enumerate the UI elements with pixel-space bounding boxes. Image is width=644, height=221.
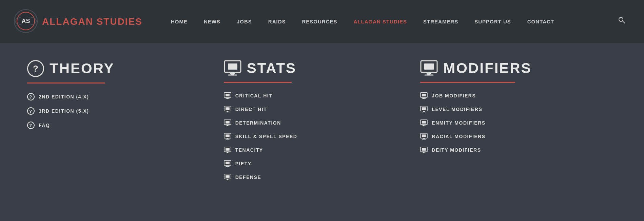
stat-monitor-icon — [224, 92, 231, 99]
modifiers-item-level[interactable]: LEVEL MODIFIERS — [420, 106, 603, 113]
svg-rect-22 — [226, 134, 230, 137]
dropdown-menu: ? THEORY ? 2ND EDITION (4.X) ? 3RD EDITI… — [0, 43, 644, 221]
modifiers-monitor-icon — [420, 60, 438, 76]
theory-item-faq[interactable]: ? FAQ — [27, 122, 210, 129]
nav-links: Home News Jobs Raids Resources Allagan S… — [163, 0, 613, 43]
stats-title-row: STATS — [224, 60, 407, 76]
nav-item-home[interactable]: Home — [163, 0, 196, 43]
nav-item-streamers[interactable]: Streamers — [415, 0, 466, 43]
svg-rect-10 — [226, 94, 230, 96]
svg-rect-18 — [226, 121, 230, 124]
nav-link-support-us[interactable]: Support Us — [466, 0, 519, 43]
mod-monitor-icon — [420, 106, 428, 113]
theory-item-3rd-edition[interactable]: ? 3RD EDITION (5.X) — [27, 107, 210, 115]
nav-item-jobs[interactable]: Jobs — [229, 0, 260, 43]
stats-item-determination[interactable]: DETERMINATION — [224, 119, 407, 126]
item-circle-q-icon: ? — [27, 122, 35, 129]
theory-column: ? THEORY ? 2ND EDITION (4.X) ? 3RD EDITI… — [27, 60, 224, 201]
theory-title-row: ? THEORY — [27, 60, 210, 77]
theory-title-text: THEORY — [50, 60, 114, 77]
modifiers-title-row: MODIFIERS — [420, 60, 603, 76]
svg-rect-34 — [226, 175, 230, 178]
stat-monitor-icon — [224, 174, 231, 181]
stats-column: STATS CRITICAL HIT DIRECT HIT — [224, 60, 421, 201]
mod-monitor-icon — [420, 119, 428, 126]
modifiers-title-text: MODIFIERS — [443, 60, 531, 76]
logo-area[interactable]: AS ALLAGAN STUDIES — [14, 9, 142, 35]
stats-item-critical-hit[interactable]: CRITICAL HIT — [224, 92, 407, 99]
modifiers-item-enmity[interactable]: ENMITY MODIFIERS — [420, 119, 603, 126]
svg-rect-46 — [422, 107, 426, 110]
nav-link-news[interactable]: News — [196, 0, 229, 43]
mod-monitor-icon — [420, 133, 428, 140]
nav-link-raids[interactable]: Raids — [260, 0, 294, 43]
logo-icon: AS — [14, 9, 38, 35]
mod-monitor-icon — [420, 147, 428, 153]
svg-rect-30 — [226, 162, 230, 164]
nav-item-raids[interactable]: Raids — [260, 0, 294, 43]
nav-item-news[interactable]: News — [196, 0, 229, 43]
stats-item-tenacity[interactable]: TENACITY — [224, 147, 407, 153]
stats-title-text: STATS — [247, 60, 296, 76]
svg-rect-50 — [422, 121, 426, 124]
nav-link-streamers[interactable]: Streamers — [415, 0, 466, 43]
stats-item-direct-hit[interactable]: DIRECT HIT — [224, 106, 407, 113]
modifiers-item-deity[interactable]: DEITY MODIFIERS — [420, 147, 603, 153]
svg-rect-54 — [422, 134, 426, 137]
stat-monitor-icon — [224, 133, 231, 140]
stat-monitor-icon — [224, 106, 231, 113]
svg-point-3 — [619, 17, 623, 21]
brand-title: ALLAGAN STUDIES — [42, 16, 142, 27]
modifiers-item-job[interactable]: JOB MODIFIERS — [420, 92, 603, 99]
stats-item-defense[interactable]: DEFENSE — [224, 174, 407, 181]
svg-line-4 — [623, 21, 625, 23]
nav-link-jobs[interactable]: Jobs — [229, 0, 260, 43]
modifiers-column: MODIFIERS JOB MODIFIERS LEVEL MODIFIERS — [420, 60, 617, 201]
stats-title-icon — [224, 60, 241, 76]
stat-monitor-icon — [224, 147, 231, 153]
search-icon[interactable] — [613, 0, 630, 43]
mod-monitor-icon — [420, 92, 428, 99]
nav-item-allagan-studies[interactable]: Allagan Studies — [346, 0, 415, 43]
modifiers-underline — [420, 82, 515, 83]
svg-rect-26 — [226, 148, 230, 151]
svg-rect-6 — [228, 63, 237, 70]
svg-rect-42 — [422, 94, 426, 96]
theory-item-2nd-edition[interactable]: ? 2ND EDITION (4.X) — [27, 93, 210, 100]
svg-rect-58 — [422, 148, 426, 151]
stats-underline — [224, 82, 292, 83]
svg-rect-14 — [226, 107, 230, 110]
nav-link-resources[interactable]: Resources — [294, 0, 346, 43]
svg-rect-38 — [424, 63, 434, 70]
theory-title-icon: ? — [27, 60, 44, 77]
theory-underline — [27, 82, 105, 84]
navbar: AS ALLAGAN STUDIES Home News Jobs Raids … — [0, 0, 644, 43]
circle-q-icon: ? — [27, 60, 44, 77]
stats-item-piety[interactable]: PIETY — [224, 160, 407, 167]
monitor-icon — [224, 60, 241, 76]
nav-item-contact[interactable]: Contact — [519, 0, 562, 43]
item-circle-q-icon: ? — [27, 93, 35, 100]
modifiers-item-racial[interactable]: RACIAL MODIFIERS — [420, 133, 603, 140]
nav-item-support-us[interactable]: Support Us — [466, 0, 519, 43]
stat-monitor-icon — [224, 119, 231, 126]
nav-link-home[interactable]: Home — [163, 0, 196, 43]
item-circle-q-icon: ? — [27, 107, 35, 115]
modifiers-title-icon — [420, 60, 438, 76]
svg-text:AS: AS — [21, 18, 30, 24]
nav-item-resources[interactable]: Resources — [294, 0, 346, 43]
stats-item-skill-spell-speed[interactable]: SKILL & SPELL SPEED — [224, 133, 407, 140]
nav-link-allagan-studies[interactable]: Allagan Studies — [346, 0, 415, 43]
nav-link-contact[interactable]: Contact — [519, 0, 562, 43]
stat-monitor-icon — [224, 160, 231, 167]
